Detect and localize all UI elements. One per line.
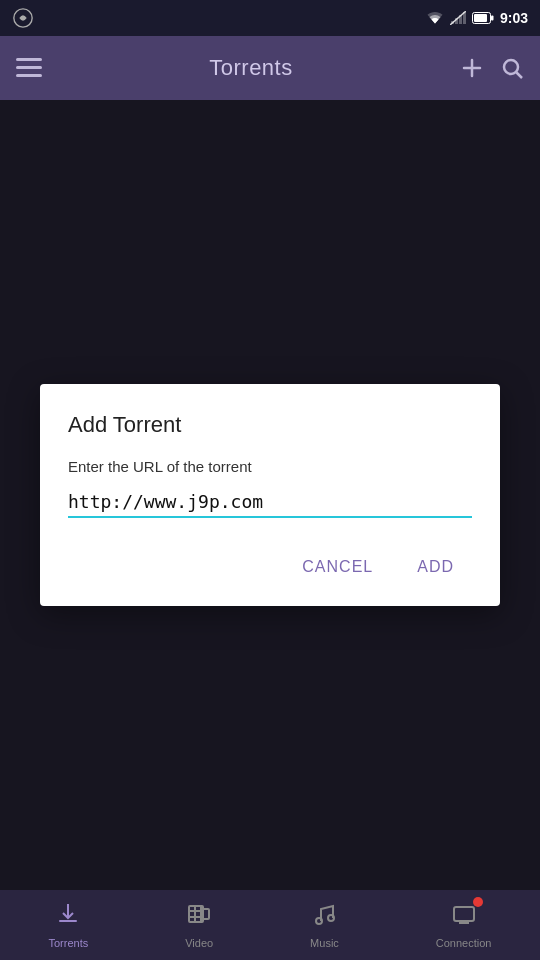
torrents-icon: [55, 901, 81, 933]
music-icon: [311, 901, 337, 933]
nav-label-music: Music: [310, 937, 339, 949]
svg-rect-22: [454, 907, 474, 921]
dialog-title: Add Torrent: [68, 412, 472, 438]
status-bar-right: 9:03: [426, 10, 528, 26]
status-bar: 9:03: [0, 0, 540, 36]
svg-line-13: [516, 73, 522, 79]
connection-icon: [451, 901, 477, 933]
search-icon[interactable]: [500, 56, 524, 80]
toolbar: Torrents: [0, 36, 540, 100]
svg-point-12: [504, 60, 518, 74]
toolbar-title: Torrents: [209, 55, 292, 81]
svg-rect-10: [16, 66, 42, 69]
menu-icon[interactable]: [16, 58, 42, 78]
nav-item-torrents[interactable]: Torrents: [48, 901, 88, 949]
toolbar-right: [460, 56, 524, 80]
svg-point-20: [316, 918, 322, 924]
nav-item-video[interactable]: Video: [185, 901, 213, 949]
app-logo-icon: [12, 7, 34, 29]
nav-label-video: Video: [185, 937, 213, 949]
add-torrent-dialog: Add Torrent Enter the URL of the torrent…: [40, 384, 500, 606]
dialog-actions: CANCEL ADD: [68, 548, 472, 586]
status-time: 9:03: [500, 10, 528, 26]
dialog-label: Enter the URL of the torrent: [68, 458, 472, 475]
video-icon: [186, 901, 212, 933]
dialog-input-wrapper: [68, 485, 472, 518]
svg-rect-9: [16, 58, 42, 61]
svg-rect-8: [491, 16, 494, 21]
toolbar-left: [16, 58, 42, 78]
connection-badge: [473, 897, 483, 907]
nav-label-torrents: Torrents: [48, 937, 88, 949]
torrent-url-input[interactable]: [68, 485, 472, 518]
add-button[interactable]: ADD: [399, 548, 472, 586]
nav-item-connection[interactable]: Connection: [436, 901, 492, 949]
battery-icon: [472, 12, 494, 24]
svg-point-21: [328, 915, 334, 921]
cancel-button[interactable]: CANCEL: [284, 548, 391, 586]
svg-rect-11: [16, 74, 42, 77]
svg-rect-19: [203, 909, 209, 919]
signal-icon: [450, 11, 466, 25]
bottom-nav: Torrents Video Music: [0, 890, 540, 960]
nav-label-connection: Connection: [436, 937, 492, 949]
main-content: Add Torrent Enter the URL of the torrent…: [0, 100, 540, 890]
wifi-icon: [426, 11, 444, 25]
nav-item-music[interactable]: Music: [310, 901, 339, 949]
svg-rect-7: [474, 14, 487, 22]
status-bar-left: [12, 7, 34, 29]
add-icon[interactable]: [460, 56, 484, 80]
